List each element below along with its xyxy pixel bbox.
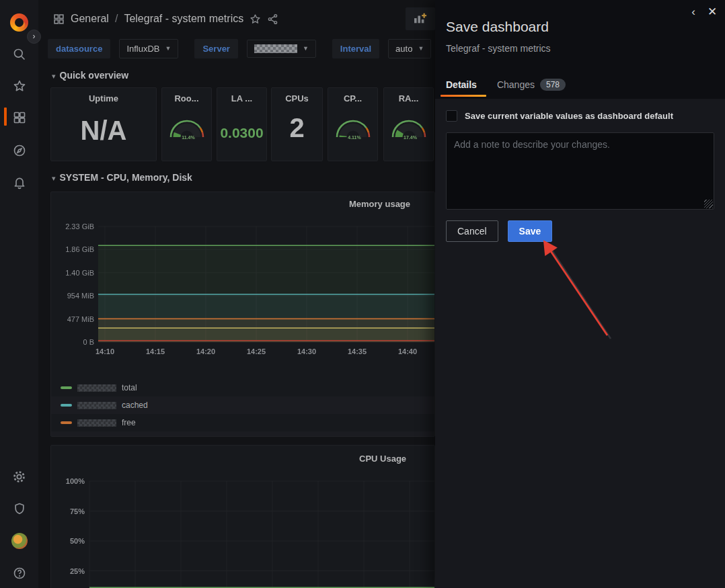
tab-changes[interactable]: Changes 578	[497, 79, 566, 97]
gauge: 4.11%	[332, 113, 375, 141]
panel-title: Memory usage	[349, 199, 410, 209]
dashboard-area: General / Telegraf - system metrics dat	[38, 0, 435, 588]
search-icon[interactable]	[0, 41, 38, 68]
drawer-title: Save dashboard	[446, 19, 549, 35]
chevron-down-icon: ▼	[165, 45, 171, 52]
variable-server: Server ▼	[194, 39, 315, 58]
panel-title: CP...	[328, 93, 377, 103]
breadcrumb-separator: /	[115, 13, 118, 25]
redacted-hostname	[77, 402, 116, 409]
alerting-bell-icon[interactable]	[0, 169, 38, 196]
breadcrumb-folder[interactable]: General	[71, 13, 109, 25]
dashboard-topnav: General / Telegraf - system metrics	[38, 0, 435, 38]
panel-la[interactable]: LA ... 0.0300	[217, 87, 267, 161]
panel-memory-usage[interactable]: Memory usage 2.33 GiB1.86 GiB1.40 GiB954…	[50, 192, 435, 437]
dashboards-icon[interactable]	[0, 104, 38, 131]
panel-cpus[interactable]: CPUs 2	[271, 87, 323, 161]
server-admin-shield-icon[interactable]	[0, 495, 38, 522]
legend-item-cached[interactable]: cached	[51, 396, 434, 414]
drawer-tabs: Details Changes 578	[446, 79, 566, 97]
stat-value: 2	[272, 113, 322, 143]
add-panel-icon	[413, 13, 428, 25]
legend-metric-label: total	[122, 383, 137, 392]
panel-title: RA...	[384, 93, 433, 103]
row-quick-overview[interactable]: ▾Quick overview	[52, 70, 128, 81]
save-variables-label: Save current variable values as dashboar…	[465, 111, 673, 121]
template-variables-bar: datasource InfluxDB▼ Server ▼ Interval a…	[48, 38, 435, 59]
chevron-down-icon: ▾	[52, 174, 56, 182]
tab-details[interactable]: Details	[446, 79, 477, 97]
starred-dashboards-icon[interactable]	[0, 73, 38, 99]
drawer-buttons: Cancel Save	[446, 220, 552, 242]
svg-text:477 MiB: 477 MiB	[67, 315, 94, 323]
variable-value-dropdown[interactable]: InfluxDB▼	[119, 39, 178, 58]
share-dashboard-icon[interactable]	[267, 13, 278, 25]
panel-title: LA ...	[217, 93, 266, 103]
stat-value: N/A	[51, 116, 156, 146]
add-panel-button[interactable]	[406, 7, 435, 30]
svg-text:14:35: 14:35	[348, 347, 367, 355]
svg-text:14:25: 14:25	[247, 347, 266, 355]
save-variables-row: Save current variable values as dashboar…	[446, 110, 673, 122]
gauge: 11.4%	[165, 113, 208, 141]
configuration-gear-icon[interactable]	[0, 463, 38, 490]
legend-metric-label: cached	[122, 401, 148, 410]
changes-count-badge: 578	[540, 79, 566, 91]
row-system[interactable]: ▾SYSTEM - CPU, Memory, Disk	[52, 172, 192, 183]
legend-item-total[interactable]: total	[51, 379, 434, 396]
close-icon[interactable]: ✕	[705, 5, 720, 19]
svg-text:2.33 GiB: 2.33 GiB	[65, 222, 94, 230]
breadcrumb-dashboard-title[interactable]: Telegraf - system metrics	[124, 13, 243, 25]
panel-cpu-gauge[interactable]: CP... 4.11%	[328, 87, 378, 161]
save-variables-checkbox[interactable]	[446, 110, 457, 122]
svg-text:954 MiB: 954 MiB	[67, 292, 94, 300]
svg-text:14:10: 14:10	[96, 347, 114, 355]
chevron-down-icon: ▾	[52, 72, 56, 80]
variable-interval: Interval auto▼	[332, 39, 431, 58]
redacted-server-value	[254, 44, 297, 53]
chevron-left-icon[interactable]: ‹	[686, 5, 701, 19]
memory-usage-chart: 2.33 GiB1.86 GiB1.40 GiB954 MiB477 MiB0 …	[51, 211, 435, 372]
note-textarea[interactable]	[446, 132, 714, 210]
expand-sidebar-button[interactable]: ›	[27, 30, 41, 44]
panel-ram-gauge[interactable]: RA... 17.4%	[383, 87, 434, 161]
panel-root-gauge[interactable]: Roo... 11.4%	[161, 87, 212, 161]
legend-item-free[interactable]: free	[51, 414, 434, 431]
svg-text:14:15: 14:15	[146, 347, 165, 355]
svg-text:14:40: 14:40	[398, 347, 417, 355]
panel-title: Uptime	[51, 93, 156, 103]
svg-text:25%: 25%	[70, 567, 85, 575]
variable-label[interactable]: datasource	[48, 39, 110, 58]
legend-metric-label: free	[122, 418, 136, 427]
panel-title: Roo...	[162, 93, 211, 103]
panel-cpu-usage[interactable]: CPU Usage 100%75%50%25%	[50, 445, 435, 588]
variable-value-dropdown[interactable]: ▼	[247, 40, 316, 58]
help-icon[interactable]	[0, 560, 38, 587]
gauge: 17.4%	[387, 113, 430, 141]
svg-text:75%: 75%	[70, 507, 85, 515]
svg-text:1.40 GiB: 1.40 GiB	[65, 269, 94, 277]
redacted-hostname	[77, 384, 116, 392]
breadcrumb: General / Telegraf - system metrics	[53, 13, 278, 25]
svg-text:14:20: 14:20	[196, 347, 215, 355]
series-color-dash	[61, 404, 72, 407]
panel-uptime[interactable]: Uptime N/A	[50, 87, 157, 161]
redacted-hostname	[77, 419, 116, 427]
variable-value-dropdown[interactable]: auto▼	[388, 39, 431, 58]
svg-text:17.4%: 17.4%	[404, 135, 418, 140]
stat-value: 0.0300	[217, 125, 266, 141]
user-avatar[interactable]	[0, 528, 38, 554]
save-button[interactable]: Save	[508, 220, 553, 242]
svg-text:1.86 GiB: 1.86 GiB	[65, 245, 94, 253]
panel-title: CPU Usage	[359, 454, 406, 464]
svg-text:50%: 50%	[70, 537, 85, 545]
star-dashboard-icon[interactable]	[250, 13, 261, 25]
svg-text:11.4%: 11.4%	[182, 135, 195, 140]
cancel-button[interactable]: Cancel	[446, 220, 498, 242]
sidebar	[0, 0, 38, 588]
variable-label[interactable]: Interval	[332, 39, 379, 58]
explore-compass-icon[interactable]	[0, 137, 38, 164]
svg-text:100%: 100%	[66, 477, 85, 485]
variable-label[interactable]: Server	[194, 39, 237, 58]
chevron-down-icon: ▼	[418, 45, 424, 52]
